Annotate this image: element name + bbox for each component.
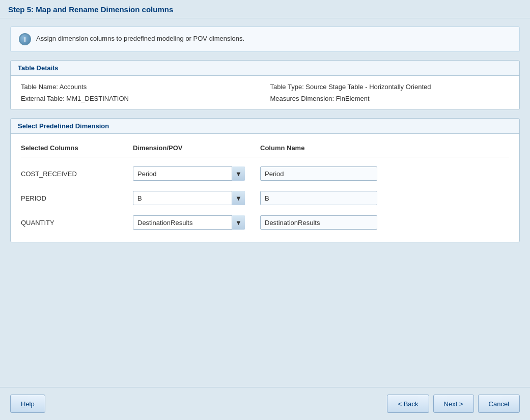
table-name: Table Name: Accounts: [21, 83, 260, 91]
col-header-selected: Selected Columns: [21, 144, 133, 152]
table-row: COST_RECEIVED Period B DestinationResult…: [21, 161, 509, 186]
info-text: Assign dimension columns to predefined m…: [36, 33, 244, 42]
header-bar: Step 5: Map and Rename Dimension columns: [0, 0, 530, 18]
info-icon: i: [19, 33, 31, 45]
predefined-section: Select Predefined Dimension Selected Col…: [10, 118, 520, 242]
table-details-body: Table Name: Accounts Table Type: Source …: [11, 76, 519, 109]
table-details-header: Table Details: [11, 61, 519, 76]
footer-right: < Back Next > Cancel: [387, 395, 520, 413]
selected-column-1: COST_RECEIVED: [21, 170, 133, 178]
selected-column-2: PERIOD: [21, 194, 133, 202]
table-row: QUANTITY Period B DestinationResults ▼: [21, 210, 509, 235]
footer-left: Help: [10, 395, 45, 413]
selected-column-3: QUANTITY: [21, 219, 133, 227]
column-name-input-3[interactable]: [260, 215, 377, 230]
column-name-input-1[interactable]: [260, 166, 377, 181]
external-table: External Table: MM1_DESTINATION: [21, 95, 260, 102]
column-name-wrapper-1: [260, 166, 509, 181]
dimension-select-1[interactable]: Period B DestinationResults: [133, 166, 245, 181]
help-button[interactable]: Help: [10, 395, 45, 413]
content-area: i Assign dimension columns to predefined…: [0, 18, 530, 387]
footer-bar: Help < Back Next > Cancel: [0, 387, 530, 420]
page-title: Step 5: Map and Rename Dimension columns: [8, 5, 173, 14]
table-type: Table Type: Source Stage Table - Horizon…: [270, 83, 510, 91]
measures-dimension: Measures Dimension: FinElement: [270, 95, 510, 102]
column-name-wrapper-2: [260, 191, 509, 205]
predefined-body: Selected Columns Dimension/POV Column Na…: [11, 134, 519, 242]
dimension-select-2[interactable]: Period B DestinationResults: [133, 191, 245, 205]
dimension-table: Selected Columns Dimension/POV Column Na…: [21, 141, 509, 235]
dimension-select-3[interactable]: Period B DestinationResults: [133, 215, 245, 230]
table-details-grid: Table Name: Accounts Table Type: Source …: [21, 83, 509, 102]
page-wrapper: Step 5: Map and Rename Dimension columns…: [0, 0, 530, 420]
dim-header-row: Selected Columns Dimension/POV Column Na…: [21, 141, 509, 157]
dimension-select-wrapper-2: Period B DestinationResults ▼: [133, 191, 245, 205]
column-name-wrapper-3: [260, 215, 509, 230]
col-header-dimension: Dimension/POV: [133, 144, 260, 152]
next-button[interactable]: Next >: [433, 395, 474, 413]
col-header-column-name: Column Name: [260, 144, 509, 152]
dimension-select-wrapper-3: Period B DestinationResults ▼: [133, 215, 245, 230]
info-box: i Assign dimension columns to predefined…: [10, 26, 520, 52]
help-label: Help: [21, 400, 35, 408]
column-name-input-2[interactable]: [260, 191, 377, 205]
table-details-section: Table Details Table Name: Accounts Table…: [10, 60, 520, 110]
cancel-button[interactable]: Cancel: [478, 395, 520, 413]
predefined-header: Select Predefined Dimension: [11, 119, 519, 134]
table-row: PERIOD Period B DestinationResults ▼: [21, 186, 509, 210]
back-button[interactable]: < Back: [387, 395, 429, 413]
dimension-select-wrapper-1: Period B DestinationResults ▼: [133, 166, 245, 181]
